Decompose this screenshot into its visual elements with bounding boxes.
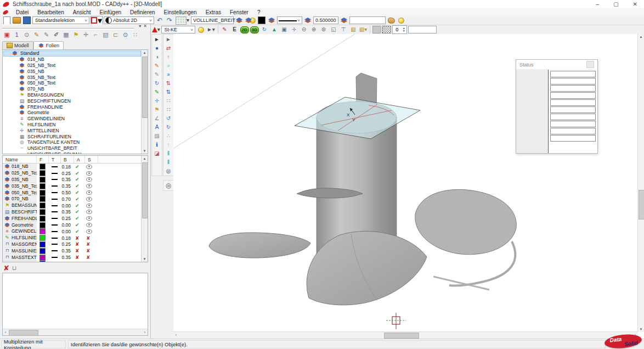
layer-width-value[interactable]: 0.25 bbox=[61, 215, 74, 222]
table-row[interactable]: FREIHANDLI... 0.25 bbox=[3, 215, 148, 222]
layer-color-swatch[interactable] bbox=[39, 164, 46, 170]
layer-width-value[interactable]: 0.18 bbox=[61, 164, 74, 170]
panel-tool-button[interactable]: ⊙ bbox=[22, 30, 31, 40]
table-row[interactable]: 070_NB 0.70 bbox=[3, 196, 148, 202]
status-field[interactable] bbox=[550, 92, 596, 99]
table-row[interactable]: Geometrie 0.00 bbox=[3, 222, 148, 228]
panel-tool-button[interactable]: ⊙ bbox=[121, 30, 130, 40]
redo-button[interactable]: ↷ bbox=[165, 16, 174, 25]
draw-tool-button[interactable]: ∠ bbox=[152, 114, 161, 122]
layer-visibility-icon[interactable] bbox=[86, 165, 92, 169]
scrollbar-thumb[interactable] bbox=[639, 190, 644, 219]
layer-tool-button-5[interactable] bbox=[340, 16, 348, 25]
transform-tool-button[interactable]: ∷ bbox=[164, 105, 173, 114]
layer-width-value[interactable]: 0.00 bbox=[61, 202, 74, 209]
tree-item[interactable]: 070_NB bbox=[3, 86, 141, 92]
layer-visibility-icon[interactable] bbox=[86, 177, 92, 182]
layer-linetype[interactable] bbox=[52, 211, 58, 212]
redline-pen-button[interactable]: ✎ bbox=[221, 25, 229, 34]
cut-plane[interactable] bbox=[295, 97, 420, 139]
layer-visibility-icon[interactable] bbox=[86, 255, 91, 260]
transform-tool-button[interactable]: ‖ bbox=[164, 149, 173, 157]
layer-active-mark[interactable] bbox=[75, 216, 80, 221]
tree-scrollbar[interactable]: ▲▼ bbox=[141, 50, 148, 154]
layer-visibility-icon[interactable] bbox=[86, 235, 91, 241]
tab-folien[interactable]: Folien bbox=[33, 41, 64, 49]
view-tool-button[interactable]: ↻ bbox=[260, 25, 269, 34]
view-tool-button[interactable]: ◱ bbox=[329, 25, 338, 34]
tree-item[interactable]: HILFSLINIEN bbox=[3, 122, 141, 128]
layer-color-swatch[interactable] bbox=[39, 190, 46, 196]
scroll-down-icon[interactable]: ▼ bbox=[142, 256, 148, 262]
scrollbar-thumb[interactable] bbox=[142, 57, 148, 118]
table-row[interactable]: BEMASSUN... 0.00 bbox=[3, 202, 148, 209]
draw-tool-button[interactable]: ◑ bbox=[152, 53, 161, 61]
layer-color-swatch[interactable] bbox=[39, 209, 46, 215]
gray-swatch[interactable] bbox=[372, 26, 381, 33]
chevron-down-icon[interactable]: ˅ bbox=[190, 27, 194, 32]
linestyle-combo[interactable]: ˅ bbox=[277, 16, 302, 24]
selection-color-button[interactable]: ▾ bbox=[91, 16, 103, 25]
layer-linetype[interactable] bbox=[52, 179, 58, 180]
panel-tool-button[interactable]: 1 bbox=[12, 30, 21, 40]
layer-visibility-icon[interactable] bbox=[86, 229, 92, 234]
col-name[interactable]: Name bbox=[3, 156, 37, 163]
tree-item[interactable]: BEMASSUNGEN bbox=[3, 92, 141, 98]
close-button[interactable]: ✕ bbox=[633, 1, 637, 7]
layer-tool-button-3[interactable] bbox=[267, 16, 276, 25]
table-row[interactable]: HILFSLINIEN 0.18 bbox=[3, 235, 148, 241]
menu-item[interactable]: Einstellungen bbox=[160, 9, 201, 15]
tree-item[interactable]: FREIHANDLINIE bbox=[3, 104, 141, 110]
menu-item[interactable]: Einfügen bbox=[95, 9, 126, 15]
view-3d-button[interactable]: 3D bbox=[250, 26, 259, 33]
layer-width-value[interactable]: 0.35 bbox=[61, 254, 74, 261]
panel-tool-button[interactable]: ⚑ bbox=[71, 30, 81, 40]
coordinate-mode-combo[interactable]: Absolut 2D˅ bbox=[104, 16, 154, 24]
panel-tool-button[interactable]: ▦ bbox=[61, 30, 71, 40]
linetype-field[interactable]: VOLLLINIE_BREIT bbox=[191, 16, 234, 24]
tree-item[interactable]: TANGENTIALE KANTEN bbox=[3, 139, 141, 145]
table-row[interactable]: MASSGREN... 0.25 bbox=[3, 241, 148, 248]
layer-visibility-icon[interactable] bbox=[86, 184, 92, 188]
layer-linetype[interactable] bbox=[52, 199, 58, 200]
col-t[interactable]: T bbox=[49, 156, 61, 163]
layer-active-mark[interactable] bbox=[75, 190, 80, 195]
viewport-3d[interactable]: X Y Status ▲▼ ‹› bbox=[173, 34, 644, 339]
render-mode-button[interactable]: ▾ bbox=[151, 25, 160, 34]
tree-item[interactable]: MITTELLINIEN bbox=[3, 127, 141, 133]
transform-tool-button[interactable]: » bbox=[164, 70, 173, 78]
layer-tool-button-2[interactable] bbox=[245, 16, 256, 25]
tree-item[interactable]: UNSICHTBARE_SCHMAL bbox=[3, 151, 141, 154]
layer-width-value[interactable] bbox=[61, 261, 74, 262]
layer-width-value[interactable]: 0.25 bbox=[61, 170, 74, 177]
view-tool-button[interactable]: ▧ bbox=[349, 25, 358, 34]
layer-color-swatch[interactable] bbox=[39, 222, 46, 228]
layer-color-swatch[interactable] bbox=[39, 248, 46, 254]
layer-color-swatch[interactable] bbox=[39, 216, 46, 222]
spinner-arrows[interactable]: ▲▼ bbox=[402, 27, 406, 32]
layer-linetype[interactable] bbox=[52, 192, 58, 193]
layer-visibility-icon[interactable] bbox=[86, 216, 92, 221]
layer-active-mark[interactable] bbox=[75, 241, 80, 247]
layer-visibility-icon[interactable] bbox=[86, 210, 92, 214]
draw-tool-button[interactable]: ✛ bbox=[152, 97, 161, 105]
scroll-right-icon[interactable]: › bbox=[142, 329, 148, 335]
tree-root-standard[interactable]: Standard bbox=[3, 50, 141, 57]
pen-color-swatch[interactable] bbox=[257, 16, 266, 25]
snap-target-button[interactable]: ◎ bbox=[163, 180, 174, 191]
scroll-left-icon[interactable]: ‹ bbox=[3, 329, 8, 335]
table-row[interactable] bbox=[3, 261, 148, 262]
col-s[interactable]: S bbox=[85, 156, 98, 163]
layer-active-mark[interactable] bbox=[75, 248, 80, 254]
layer-color-swatch[interactable] bbox=[39, 228, 46, 234]
undo-button[interactable]: ↶ bbox=[155, 16, 164, 25]
scroll-up-icon[interactable]: ▲ bbox=[142, 50, 148, 55]
layer-color-swatch[interactable] bbox=[39, 261, 46, 262]
table-row[interactable]: 035_NB_Text 0.35 bbox=[3, 183, 148, 189]
layer-color-swatch[interactable] bbox=[39, 241, 46, 247]
layer-visibility-icon[interactable] bbox=[86, 223, 92, 227]
draw-tool-button[interactable]: ℹ bbox=[152, 140, 161, 149]
transform-tool-button[interactable]: ⇅ bbox=[164, 79, 173, 87]
view-tool-button[interactable]: ⊛ bbox=[319, 25, 328, 34]
table-scrollbar[interactable]: ▲▼ bbox=[141, 156, 148, 262]
